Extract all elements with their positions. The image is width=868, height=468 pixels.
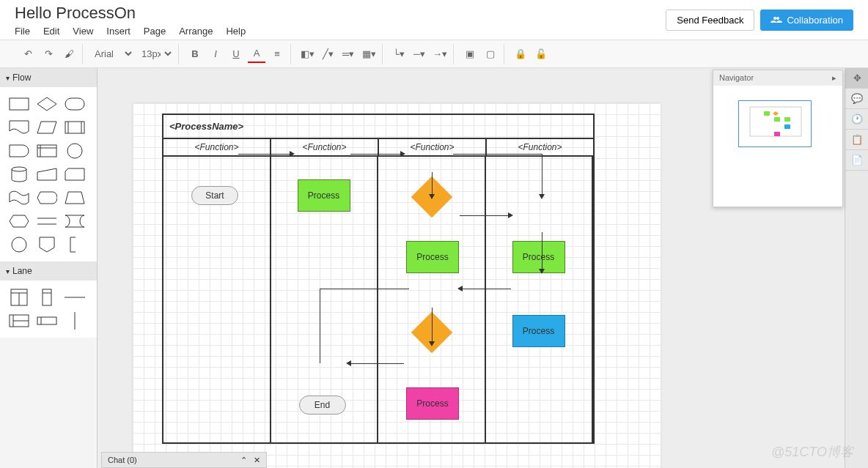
fill-color-button[interactable]: ◧▾ bbox=[298, 45, 316, 63]
border-style-button[interactable]: ▦▾ bbox=[360, 45, 378, 63]
header-left: Hello ProcessOn File Edit View Insert Pa… bbox=[15, 4, 246, 37]
font-select[interactable]: Arial bbox=[90, 46, 134, 62]
shape-delay[interactable] bbox=[6, 140, 32, 162]
swimlane-col-header-3[interactable]: <Function> bbox=[379, 139, 487, 155]
font-size-select[interactable]: 13px bbox=[137, 46, 174, 62]
lock-button[interactable]: 🔒 bbox=[512, 45, 529, 63]
shape-cylinder[interactable] bbox=[6, 163, 32, 185]
shape-storage[interactable] bbox=[62, 210, 88, 232]
undo-button[interactable]: ↶ bbox=[19, 45, 37, 63]
menu-help[interactable]: Help bbox=[226, 26, 246, 37]
shape-trapezoid[interactable] bbox=[62, 187, 88, 209]
sidebar-section-flow[interactable]: Flow bbox=[0, 68, 97, 87]
shape-separator-v[interactable] bbox=[62, 310, 88, 332]
bold-button[interactable]: B bbox=[186, 45, 204, 63]
shape-offpage[interactable] bbox=[34, 234, 60, 256]
chat-controls: ⌃ ✕ bbox=[240, 456, 260, 465]
shape-grid-lane bbox=[0, 281, 97, 338]
navigator-thumbnail[interactable] bbox=[738, 100, 812, 147]
shape-display[interactable] bbox=[34, 187, 60, 209]
shape-internal-storage[interactable] bbox=[34, 140, 60, 162]
format-painter-button[interactable]: 🖌 bbox=[60, 45, 78, 63]
navigator-body[interactable] bbox=[713, 86, 842, 207]
navigator-header[interactable]: Navigator ▸ bbox=[713, 70, 842, 86]
shape-document[interactable] bbox=[6, 116, 32, 138]
send-feedback-button[interactable]: Send Feedback bbox=[666, 10, 754, 31]
font-color-button[interactable]: A bbox=[248, 45, 265, 63]
arrow-head-icon bbox=[539, 269, 545, 274]
shape-diamond[interactable] bbox=[34, 93, 60, 115]
swimlane-col-2[interactable]: Process End bbox=[271, 157, 379, 442]
arrow-head-icon bbox=[346, 360, 351, 366]
attachment-button[interactable]: 📋 bbox=[845, 130, 868, 150]
underline-button[interactable]: U bbox=[227, 45, 245, 63]
navigator-collapse-icon[interactable]: ▸ bbox=[832, 73, 836, 83]
start-node[interactable]: Start bbox=[191, 186, 238, 205]
menu-view[interactable]: View bbox=[73, 26, 93, 37]
collaboration-button[interactable]: Collaboration bbox=[760, 10, 853, 31]
connector-button[interactable]: └▾ bbox=[390, 45, 408, 63]
swimlane-col-header-2[interactable]: <Function> bbox=[271, 139, 379, 155]
shape-predefined[interactable] bbox=[62, 116, 88, 138]
shape-start-circle[interactable] bbox=[6, 234, 32, 256]
shape-parallelogram[interactable] bbox=[34, 116, 60, 138]
swimlane[interactable]: <ProcessName> <Function> <Function> <Fun… bbox=[162, 114, 595, 444]
shape-manual-input[interactable] bbox=[34, 163, 60, 185]
history-button[interactable]: 🕐 bbox=[845, 109, 868, 130]
swimlane-col-3[interactable]: Process Process bbox=[378, 157, 486, 442]
arrow-connector bbox=[463, 289, 511, 289]
svg-rect-27 bbox=[784, 125, 790, 129]
sidebar-section-lane[interactable]: Lane bbox=[0, 261, 97, 281]
sidebar: Flow Lane bbox=[0, 68, 98, 468]
chat-close-icon[interactable]: ✕ bbox=[254, 456, 260, 464]
menu-arrange[interactable]: Arrange bbox=[179, 26, 213, 37]
canvas[interactable]: <ProcessName> <Function> <Function> <Fun… bbox=[133, 103, 661, 468]
page-button[interactable]: 📄 bbox=[845, 150, 868, 171]
svg-rect-14 bbox=[43, 289, 51, 305]
arrow-connector bbox=[542, 154, 542, 195]
shape-horizontal-pool[interactable] bbox=[6, 310, 32, 332]
shape-hexagon[interactable] bbox=[6, 210, 32, 232]
process-node-5[interactable]: Process bbox=[406, 387, 459, 420]
to-front-button[interactable]: ▣ bbox=[461, 45, 479, 63]
line-type-button[interactable]: ─▾ bbox=[411, 45, 428, 63]
shape-rectangle[interactable] bbox=[6, 93, 32, 115]
swimlane-title[interactable]: <ProcessName> bbox=[163, 115, 593, 139]
swimlane-col-1[interactable]: Start bbox=[163, 157, 271, 442]
shape-circle[interactable] bbox=[62, 140, 88, 162]
unlock-button[interactable]: 🔓 bbox=[532, 45, 550, 63]
process-node-2[interactable]: Process bbox=[406, 241, 459, 273]
menu-insert[interactable]: Insert bbox=[106, 26, 130, 37]
chat-expand-icon[interactable]: ⌃ bbox=[240, 456, 247, 464]
menu-file[interactable]: File bbox=[15, 26, 30, 37]
line-color-button[interactable]: ╱▾ bbox=[319, 45, 336, 63]
navigator-panel[interactable]: Navigator ▸ bbox=[713, 70, 843, 207]
shape-sort[interactable] bbox=[34, 210, 60, 232]
shape-rounded-rect[interactable] bbox=[62, 93, 88, 115]
process-node-1[interactable]: Process bbox=[298, 179, 350, 212]
chat-bar[interactable]: Chat (0) ⌃ ✕ bbox=[101, 452, 267, 468]
comment-button[interactable]: 💬 bbox=[845, 89, 868, 109]
to-back-button[interactable]: ▢ bbox=[482, 45, 499, 63]
swimlane-col-header-4[interactable]: <Function> bbox=[487, 139, 593, 155]
swimlane-col-4[interactable]: Process Process bbox=[486, 157, 594, 442]
arrow-connector bbox=[320, 289, 409, 289]
shape-card[interactable] bbox=[62, 163, 88, 185]
redo-button[interactable]: ↷ bbox=[40, 45, 57, 63]
shape-vertical-pool[interactable] bbox=[6, 286, 32, 308]
italic-button[interactable]: I bbox=[207, 45, 224, 63]
shape-horizontal-lane[interactable] bbox=[34, 310, 60, 332]
shape-tape[interactable] bbox=[6, 187, 32, 209]
navigator-toggle-button[interactable]: ✥ bbox=[845, 68, 868, 89]
menu-page[interactable]: Page bbox=[144, 26, 166, 37]
shape-vertical-lane[interactable] bbox=[34, 286, 60, 308]
arrow-button[interactable]: →▾ bbox=[431, 45, 449, 63]
swimlane-col-header-1[interactable]: <Function> bbox=[163, 139, 271, 155]
end-node[interactable]: End bbox=[299, 395, 346, 415]
align-button[interactable]: ≡ bbox=[268, 45, 286, 63]
line-style-button[interactable]: ═▾ bbox=[339, 45, 357, 63]
shape-separator-h[interactable] bbox=[62, 286, 88, 308]
menu-edit[interactable]: Edit bbox=[43, 26, 59, 37]
process-node-4[interactable]: Process bbox=[512, 315, 565, 347]
shape-annotation[interactable] bbox=[62, 234, 88, 256]
